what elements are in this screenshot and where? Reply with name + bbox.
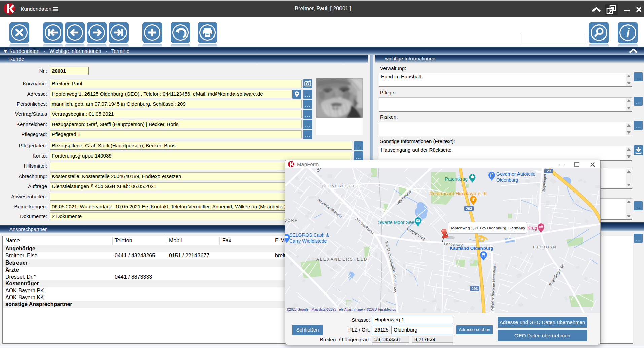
svg-text:Patentkrug: Patentkrug [445,176,468,182]
svg-text:Carry Wiefelstede: Carry Wiefelstede [289,238,327,244]
svg-text:293: 293 [466,207,472,211]
svg-text:Restaurant Himalaya e. K: Restaurant Himalaya e. K [429,190,487,196]
svg-text:i: i [626,26,630,39]
svg-text:Hopfenweg 1, 26125 Oldenburg,: Hopfenweg 1, 26125 Oldenburg, Germany [449,226,525,230]
svg-text:DORF: DORF [285,218,298,222]
svg-text:Scheideweg: Scheideweg [393,273,398,293]
svg-text:293: 293 [472,287,478,291]
svg-text:Oldenburg: Oldenburg [496,177,518,183]
svg-text:Governor Autoteile: Governor Autoteile [496,171,535,177]
svg-text:OFENERFELD: OFENERFELD [322,184,355,188]
svg-text:©2023 Google - Map data ©2023: ©2023 Google - Map data ©2023 Tele Atlas… [287,308,396,311]
svg-text:SELGROS Cash &: SELGROS Cash & [289,232,329,238]
svg-text:ETZHORN: ETZHORN [533,245,557,249]
svg-text:ALEXANDERSFELD: ALEXANDERSFELD [316,257,368,262]
svg-text:Kaufland Oldenburg: Kaufland Oldenburg [450,246,493,251]
svg-text:Krug: Krug [527,225,537,231]
svg-text:Swarte Moor See: Swarte Moor See [378,220,414,225]
